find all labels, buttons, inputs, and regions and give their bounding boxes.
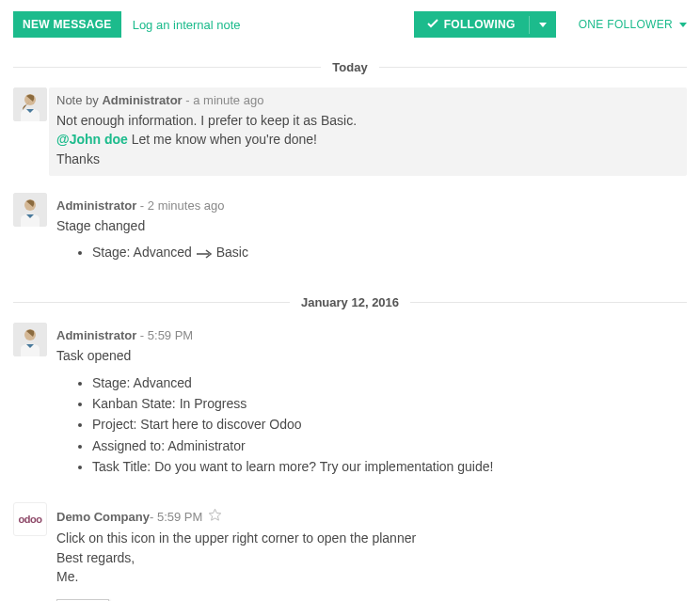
date-divider-jan12: January 12, 2016: [13, 295, 687, 309]
message-line: Click on this icon in the upper right co…: [56, 529, 679, 547]
list-item: Task Title: Do you want to learn more? T…: [92, 457, 679, 476]
message-line: @John doe Let me know when you're done!: [56, 130, 679, 149]
message-time: - 5:59 PM: [136, 328, 193, 342]
message-header-bar: NEW MESSAGE Log an internal note FOLLOWI…: [13, 0, 687, 55]
check-icon: [427, 18, 438, 31]
avatar[interactable]: [13, 323, 47, 356]
note-prefix: Note by: [56, 93, 102, 107]
message-author[interactable]: Administrator: [56, 328, 136, 342]
avatar[interactable]: [13, 193, 47, 227]
arrow-right-icon: [196, 245, 216, 260]
message-body: Administrator - 2 minutes ago Stage chan…: [56, 193, 687, 272]
following-dropdown-toggle[interactable]: [529, 16, 556, 34]
message-line: Stage changed: [56, 216, 679, 235]
follower-count-label: ONE FOLLOWER: [579, 18, 673, 31]
message-body: Demo Company - 5:59 PM Click on this ico…: [56, 502, 687, 601]
message-author[interactable]: Administrator: [56, 198, 136, 213]
message-content: Stage changed Stage: Advanced Basic: [56, 216, 679, 262]
list-item: Project: Start here to discover Odoo: [92, 415, 679, 434]
message-line: Task opened: [56, 346, 679, 365]
message-author[interactable]: Administrator: [102, 93, 182, 107]
person-icon: [13, 87, 47, 121]
odoo-logo-text: odoo: [19, 514, 42, 525]
person-icon: [13, 323, 47, 356]
list-item: Stage: Advanced Basic: [92, 243, 679, 261]
message-meta: Note by Administrator - a minute ago: [56, 93, 679, 107]
message-note: Note by Administrator - a minute ago Not…: [13, 87, 687, 176]
date-divider-label: Today: [321, 60, 378, 74]
user-mention[interactable]: @John doe: [56, 132, 128, 147]
caret-down-icon: [539, 23, 547, 27]
change-list: Stage: Advanced Basic: [92, 243, 679, 261]
person-icon: [13, 193, 47, 227]
follower-count-dropdown[interactable]: ONE FOLLOWER: [579, 18, 687, 31]
message-body: Note by Administrator - a minute ago Not…: [49, 87, 687, 176]
message-time: - 5:59 PM: [150, 510, 202, 524]
following-button[interactable]: FOLLOWING: [414, 11, 529, 38]
list-item: Stage: Advanced: [92, 373, 679, 392]
date-divider-label: January 12, 2016: [290, 295, 410, 309]
message-time: - a minute ago: [183, 93, 264, 107]
star-icon[interactable]: [208, 508, 222, 525]
avatar[interactable]: [13, 87, 47, 121]
change-list: Stage: Advanced Kanban State: In Progres…: [92, 373, 679, 476]
message-content: Not enough information. I prefer to keep…: [56, 111, 679, 168]
message-meta: Demo Company - 5:59 PM: [56, 508, 679, 525]
date-divider-today: Today: [13, 60, 687, 74]
stage-to: Basic: [216, 245, 248, 260]
message-line: Me.: [56, 567, 679, 586]
message-content: Task opened Stage: Advanced Kanban State…: [56, 346, 679, 476]
stage-from: Advanced: [134, 245, 192, 260]
message-meta: Administrator - 5:59 PM: [56, 328, 679, 342]
message-text: Let me know when you're done!: [128, 132, 317, 147]
caret-down-icon: [679, 23, 687, 27]
following-button-group: FOLLOWING: [414, 11, 556, 38]
message-item: Administrator - 2 minutes ago Stage chan…: [13, 193, 687, 272]
avatar-company[interactable]: odoo: [13, 502, 47, 536]
message-item: odoo Demo Company - 5:59 PM Click on thi…: [13, 502, 687, 601]
log-internal-note-link[interactable]: Log an internal note: [133, 18, 241, 32]
message-author[interactable]: Demo Company: [56, 510, 150, 524]
list-item: Kanban State: In Progress: [92, 394, 679, 413]
list-item: Assigned to: Administrator: [92, 436, 679, 455]
message-time: - 2 minutes ago: [136, 198, 224, 213]
message-line: Thanks: [56, 150, 679, 168]
new-message-button[interactable]: NEW MESSAGE: [13, 11, 121, 38]
stage-label: Stage:: [92, 245, 134, 260]
message-meta: Administrator - 2 minutes ago: [56, 198, 679, 213]
message-line: Best regards,: [56, 548, 679, 567]
following-label: FOLLOWING: [444, 18, 516, 31]
message-body: Administrator - 5:59 PM Task opened Stag…: [56, 323, 687, 485]
message-line: Not enough information. I prefer to keep…: [56, 111, 679, 130]
message-content: Click on this icon in the upper right co…: [56, 529, 679, 601]
message-item: Administrator - 5:59 PM Task opened Stag…: [13, 323, 687, 485]
